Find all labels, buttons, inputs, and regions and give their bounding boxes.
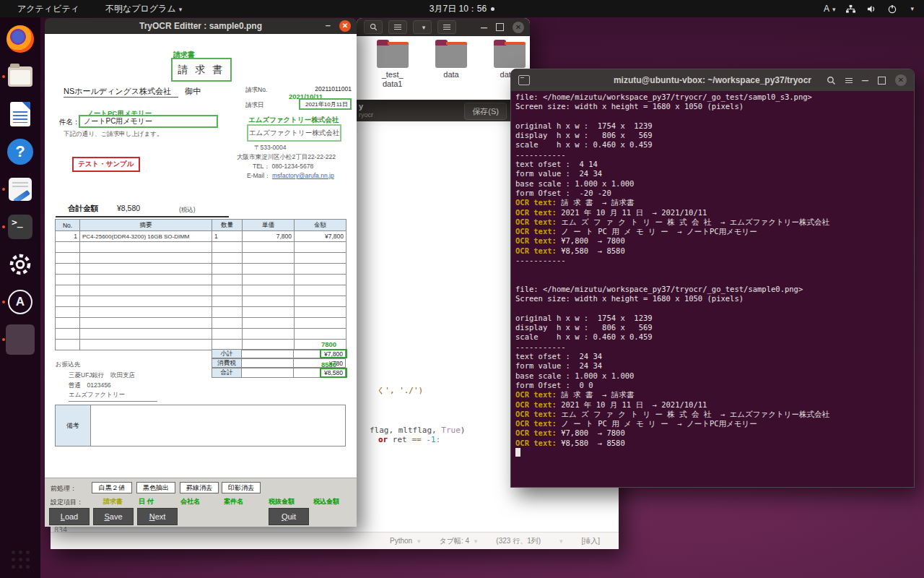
table-cell bbox=[56, 285, 80, 296]
column-header: 数量 bbox=[212, 220, 243, 231]
statusbar-tab-width[interactable]: タブ幅: 4 ▾ bbox=[439, 536, 477, 546]
subtotal-ocr-box[interactable] bbox=[320, 349, 347, 358]
terminal-line: scale h x w : 0.460 x 0.459 bbox=[515, 332, 911, 342]
network-icon[interactable] bbox=[845, 4, 856, 14]
terminal-line: form Ofset : 0 0 bbox=[515, 381, 911, 390]
close-icon[interactable]: ✕ bbox=[513, 22, 524, 33]
filemanager-titlebar[interactable]: ▾ – ✕ bbox=[357, 18, 530, 36]
dock-item-terminal[interactable]: >_ bbox=[0, 208, 40, 246]
bank-label: お振込先 bbox=[56, 361, 80, 369]
dock-item-help[interactable]: ? bbox=[0, 133, 40, 171]
line-items-table-wrap: No.摘要数量単価金額 1PC4-25600(DDR4-3200) 16GB S… bbox=[55, 219, 346, 350]
menu-icon[interactable] bbox=[437, 20, 456, 34]
terminal-line: file: </home/mizutu/workspace_py37/tryoc… bbox=[515, 92, 911, 102]
dock-item-files[interactable] bbox=[0, 58, 40, 95]
table-cell bbox=[56, 264, 80, 275]
preprocess-3[interactable]: 罫線消去 bbox=[180, 482, 219, 493]
total-underline bbox=[56, 216, 229, 217]
terminal-body[interactable]: file: </home/mizutu/workspace_py37/tryoc… bbox=[515, 92, 911, 484]
test-sample-stamp: テスト・サンプル bbox=[72, 157, 140, 172]
menu-icon[interactable] bbox=[845, 77, 853, 85]
dock-item-window-thumbnail[interactable] bbox=[0, 321, 40, 358]
settings-icon bbox=[6, 250, 35, 279]
view-list-icon[interactable] bbox=[388, 20, 407, 34]
clock[interactable]: 3月7日 10：56 bbox=[430, 3, 487, 15]
minimize-icon[interactable]: – bbox=[326, 20, 331, 30]
table-cell bbox=[295, 318, 346, 329]
setting-item-1[interactable]: 請求書 bbox=[103, 497, 123, 506]
notification-dot-icon bbox=[491, 7, 494, 11]
table-cell bbox=[243, 264, 295, 275]
folder-item[interactable]: data bbox=[431, 43, 471, 100]
next-button[interactable]: Next bbox=[137, 508, 178, 525]
setting-item-2[interactable]: 日 付 bbox=[139, 497, 154, 506]
date-box[interactable]: 2021年10月11日 bbox=[299, 98, 352, 110]
search-icon[interactable] bbox=[364, 20, 383, 34]
grand-total-ocr-box[interactable] bbox=[320, 368, 347, 378]
dock-item-auxiliary-app[interactable]: A bbox=[0, 283, 40, 321]
setting-item-5[interactable]: 税抜金額 bbox=[269, 497, 295, 506]
terminal-titlebar[interactable]: mizutu@ubuntu-vbox: ~/workspace_py37/try… bbox=[511, 69, 914, 91]
ocr-label: OCR text: bbox=[515, 198, 557, 207]
terminal-cursor bbox=[515, 448, 520, 457]
email-link[interactable]: msfactory@arufa.nn.jp bbox=[272, 172, 334, 179]
subject-label: 件名： bbox=[59, 118, 80, 127]
maximize-icon[interactable] bbox=[878, 77, 886, 85]
company-box[interactable]: エムズファクトリー株式会社 bbox=[247, 124, 341, 142]
ocr-label: OCR text: bbox=[515, 400, 557, 409]
dock-item-text-editor[interactable] bbox=[0, 171, 40, 208]
folder-icon bbox=[494, 43, 526, 68]
tryocr-titlebar[interactable]: TryOCR Editter : sample0.png – ✕ bbox=[45, 18, 357, 34]
save-button[interactable]: 保存(S) bbox=[464, 103, 507, 120]
column-header: 単価 bbox=[243, 220, 295, 231]
terminal-line: scale h x w : 0.460 x 0.459 bbox=[515, 140, 911, 150]
volume-icon[interactable] bbox=[866, 4, 877, 14]
table-cell bbox=[243, 296, 295, 307]
preprocess-4[interactable]: 印影消去 bbox=[222, 482, 261, 493]
new-tab-icon[interactable] bbox=[518, 75, 530, 85]
power-icon[interactable] bbox=[887, 4, 897, 14]
table-cell bbox=[212, 307, 243, 318]
setting-item-6[interactable]: 税込金額 bbox=[313, 497, 339, 506]
statusbar-caret[interactable]: ▾ bbox=[559, 538, 563, 545]
folder-label: data bbox=[431, 70, 471, 79]
keyboard-layout-indicator[interactable]: A▾ bbox=[824, 4, 836, 14]
invoice-title-box[interactable]: 請 求 書 bbox=[171, 58, 232, 82]
close-icon[interactable]: ✕ bbox=[895, 74, 907, 86]
table-cell bbox=[212, 285, 243, 296]
app-menu-button[interactable]: 不明なプログラム▾ bbox=[105, 3, 182, 15]
minimize-icon[interactable]: – bbox=[481, 21, 487, 34]
terminal-line: OCR text: 請 求 書 → 請求書 bbox=[515, 198, 911, 207]
running-indicator bbox=[2, 338, 5, 341]
tryocr-controls: 前処理： 設定項目： 白黒２値黒色抽出罫線消去印影消去請求書日 付会社名案件名税… bbox=[45, 478, 357, 527]
dock-item-libreoffice-writer[interactable] bbox=[0, 95, 40, 133]
setting-item-3[interactable]: 会社名 bbox=[180, 497, 200, 506]
setting-item-4[interactable]: 案件名 bbox=[224, 497, 243, 506]
system-menu-caret[interactable]: ▾ bbox=[910, 5, 914, 12]
folder-item[interactable]: _test_data1 bbox=[372, 43, 412, 100]
subject-box[interactable]: ノートPC用メモリー bbox=[79, 115, 218, 128]
ocr-label: OCR text: bbox=[515, 217, 557, 226]
save-button[interactable]: Save bbox=[93, 508, 134, 525]
table-row bbox=[56, 307, 346, 318]
table-row bbox=[56, 253, 346, 264]
terminal-line: OCR text: 2021 年 10 月 11 日 → 2021/10/11 bbox=[515, 400, 911, 410]
dock-item-firefox[interactable] bbox=[0, 20, 40, 58]
search-icon[interactable] bbox=[827, 76, 836, 85]
terminal-line: OCR text: ¥7,800 → 7800 bbox=[515, 236, 911, 246]
quit-button[interactable]: Quit bbox=[269, 508, 309, 525]
folder-grid: _test_data1datadata1 bbox=[357, 36, 530, 100]
table-cell bbox=[80, 329, 212, 340]
view-options-dropdown[interactable]: ▾ bbox=[413, 20, 432, 34]
terminal-line: original h x w : 1754 x 1239 bbox=[515, 121, 911, 131]
load-button[interactable]: Load bbox=[49, 508, 90, 525]
statusbar-language[interactable]: Python ▾ bbox=[390, 537, 420, 545]
close-icon[interactable]: ✕ bbox=[339, 20, 351, 32]
preprocess-2[interactable]: 黒色抽出 bbox=[136, 482, 175, 493]
dock-item-settings[interactable] bbox=[0, 246, 40, 283]
activities-button[interactable]: アクティビティ bbox=[17, 3, 79, 15]
tryocr-window: TryOCR Editter : sample0.png – ✕ 請求書 請 求… bbox=[45, 18, 357, 527]
maximize-icon[interactable] bbox=[496, 23, 504, 31]
preprocess-1[interactable]: 白黒２値 bbox=[92, 482, 132, 493]
minimize-icon[interactable]: – bbox=[862, 74, 868, 87]
